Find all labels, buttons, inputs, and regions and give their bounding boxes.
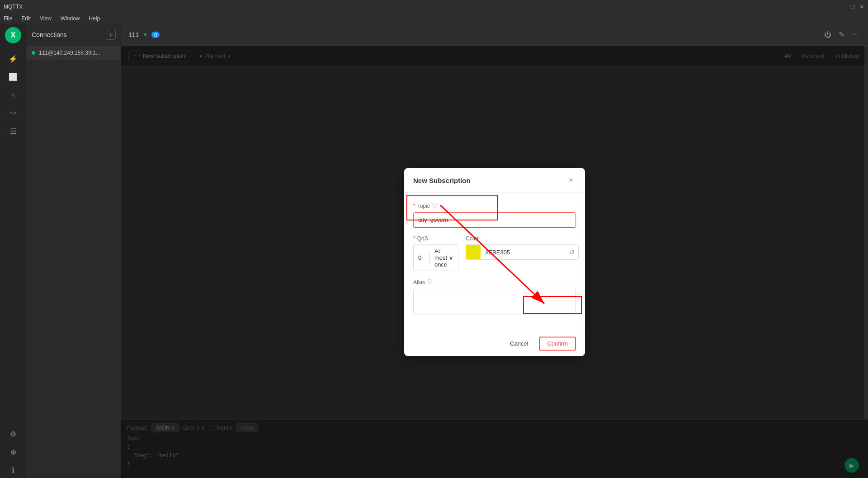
sidebar-icons: X ⚡ ⬜ ＋ </> ☰ ⚙ ⊕ ℹ — [0, 23, 26, 478]
more-options-button[interactable]: ⋯ — [850, 28, 861, 41]
connections-title: Connections — [32, 31, 67, 38]
message-count-badge: 0 — [151, 32, 160, 38]
cancel-button[interactable]: Cancel — [503, 337, 535, 350]
modal-footer: Cancel Confirm — [404, 331, 585, 356]
modal-dialog: New Subscription × * Topic ⓘ — [404, 168, 585, 356]
menu-help[interactable]: Help — [87, 14, 102, 23]
alias-form-field: Alias ⓘ — [413, 278, 576, 314]
color-field: Color ↺ — [466, 235, 579, 271]
main-toolbar: 111 ▼ 0 ⏻ ✎ ⋯ — [121, 23, 868, 46]
menu-edit[interactable]: Edit — [19, 14, 33, 23]
sidebar-item-info[interactable]: ℹ — [5, 462, 21, 478]
sidebar-item-scripts[interactable]: ⬜ — [5, 69, 21, 85]
edit-button[interactable]: ✎ — [837, 28, 846, 41]
topic-field-label: * Topic ⓘ — [413, 202, 576, 210]
status-indicator: ▼ — [142, 32, 148, 38]
qos-dropdown[interactable]: At most once ∨ — [430, 245, 458, 271]
chevron-down-icon: ∨ — [449, 254, 453, 261]
menu-file[interactable]: File — [2, 14, 14, 23]
color-label-text: Color — [466, 235, 479, 242]
status-arrow-down: ▼ — [142, 32, 148, 38]
qos-number-value: 0 — [414, 252, 430, 264]
connections-add-button[interactable]: + — [106, 30, 116, 40]
modal-close-button[interactable]: × — [566, 175, 576, 185]
connection-status-dot — [32, 51, 35, 55]
connections-panel: Connections + 111@140.249.186.39:1... — [26, 23, 121, 478]
color-refresh-button[interactable]: ↺ — [566, 248, 578, 256]
connection-label: 111@140.249.186.39:1... — [39, 50, 100, 56]
color-field-wrapper: ↺ — [466, 244, 579, 260]
color-value-input[interactable] — [481, 246, 566, 258]
sidebar-item-settings[interactable]: ⚙ — [5, 426, 21, 442]
topic-required-marker: * — [413, 203, 415, 209]
titlebar-title: MQTTX — [4, 4, 841, 10]
titlebar-controls: − □ × — [841, 4, 864, 9]
sidebar-item-add[interactable]: ＋ — [5, 87, 21, 103]
maximize-button[interactable]: □ — [850, 4, 855, 9]
qos-option-label: At most once — [434, 248, 447, 268]
alias-field-label: Alias ⓘ — [413, 278, 576, 286]
qos-field-wrapper: 0 At most once ∨ — [413, 244, 458, 271]
modal-title: New Subscription — [413, 177, 471, 184]
qos-field: * QoS 0 At most once ∨ — [413, 235, 458, 271]
qos-field-label: * QoS — [413, 235, 458, 242]
topic-label-text: Topic — [417, 203, 430, 209]
topic-info-icon[interactable]: ⓘ — [432, 202, 437, 210]
right-panel: + + New Subscription ● Plaintext ∨ All R… — [121, 46, 868, 478]
power-button[interactable]: ⏻ — [822, 29, 833, 41]
topic-input-wrapper — [413, 212, 576, 228]
alias-label-text: Alias — [413, 279, 425, 286]
titlebar: MQTTX − □ × — [0, 0, 868, 14]
topic-form-field: * Topic ⓘ — [413, 202, 576, 228]
topic-input[interactable] — [414, 213, 576, 228]
close-button[interactable]: × — [859, 4, 864, 9]
menubar: File Edit View Window Help — [0, 14, 868, 23]
sidebar-item-code[interactable]: </> — [5, 105, 21, 121]
color-field-label: Color — [466, 235, 579, 242]
modal-header: New Subscription × — [404, 168, 585, 193]
sidebar-item-feed[interactable]: ⊕ — [5, 444, 21, 460]
qos-required-marker: * — [413, 235, 415, 242]
main-content: 111 ▼ 0 ⏻ ✎ ⋯ + + New Subscription ● Pla… — [121, 23, 868, 478]
modal-body: * Topic ⓘ * — [404, 193, 585, 331]
alias-field-wrapper — [413, 289, 576, 314]
confirm-button[interactable]: Confirm — [539, 337, 576, 351]
qos-label-text: QoS — [417, 235, 428, 242]
connection-item[interactable]: 111@140.249.186.39:1... — [26, 46, 121, 60]
modal-overlay: New Subscription × * Topic ⓘ — [121, 46, 868, 478]
app-logo: X — [5, 27, 21, 43]
alias-textarea[interactable] — [414, 289, 576, 313]
sidebar-item-log[interactable]: ☰ — [5, 123, 21, 139]
minimize-button[interactable]: − — [841, 4, 846, 9]
color-swatch[interactable] — [466, 245, 481, 259]
menu-view[interactable]: View — [38, 14, 53, 23]
sidebar-item-connections[interactable]: ⚡ — [5, 51, 21, 67]
connections-header: Connections + — [26, 23, 121, 46]
active-connection-name: 111 — [128, 31, 139, 38]
logo-text: X — [11, 31, 16, 39]
app-layout: X ⚡ ⬜ ＋ </> ☰ ⚙ ⊕ ℹ Connections + 111@14… — [0, 23, 868, 478]
menu-window[interactable]: Window — [59, 14, 82, 23]
qos-color-row: * QoS 0 At most once ∨ — [413, 235, 576, 271]
alias-info-icon[interactable]: ⓘ — [427, 278, 432, 286]
